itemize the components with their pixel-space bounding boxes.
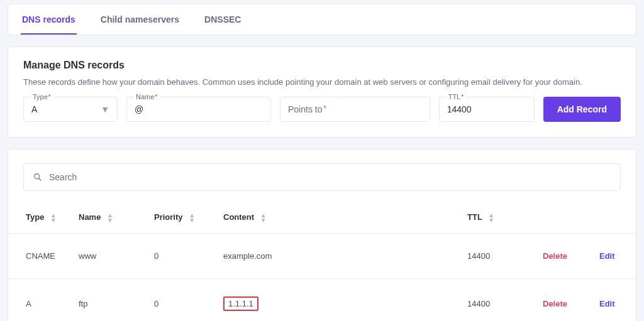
svg-point-0 — [35, 174, 40, 179]
add-record-button[interactable]: Add Record — [543, 97, 621, 122]
delete-button[interactable]: Delete — [543, 299, 567, 308]
search-field[interactable] — [23, 163, 621, 191]
sort-icon: ▲▼ — [260, 213, 267, 223]
sort-icon: ▲▼ — [189, 213, 195, 223]
tabs-panel: DNS records Child nameservers DNSSEC — [8, 4, 636, 35]
add-record-form: Type A ▼ Name Points to TTL Add Record — [23, 97, 621, 122]
cell-type: A — [8, 278, 71, 321]
sort-icon: ▲▼ — [488, 213, 494, 223]
column-header-delete — [535, 202, 592, 233]
name-field[interactable]: Name — [126, 97, 271, 122]
cell-ttl: 14400 — [460, 278, 535, 321]
cell-priority: 0 — [147, 278, 216, 321]
records-panel: Type ▲▼ Name ▲▼ Priority ▲▼ Content ▲▼ T… — [8, 149, 636, 321]
points-to-label: Points to — [288, 104, 326, 114]
edit-button[interactable]: Edit — [599, 251, 615, 261]
cell-name: ftp — [71, 278, 147, 321]
ttl-field[interactable]: TTL — [439, 97, 535, 122]
column-header-priority[interactable]: Priority ▲▼ — [147, 202, 216, 233]
column-header-type[interactable]: Type ▲▼ — [8, 202, 71, 233]
cell-content: example.com — [216, 233, 460, 278]
manage-dns-panel: Manage DNS records These records define … — [8, 46, 636, 138]
type-select[interactable]: Type A ▼ — [23, 97, 118, 122]
chevron-down-icon: ▼ — [101, 104, 109, 114]
ttl-input[interactable] — [447, 104, 526, 114]
points-to-field[interactable]: Points to — [280, 97, 430, 122]
manage-title: Manage DNS records — [23, 60, 621, 71]
svg-line-1 — [39, 178, 42, 181]
column-header-edit — [592, 202, 636, 233]
edit-button[interactable]: Edit — [599, 299, 615, 308]
column-type-label: Type — [26, 212, 44, 222]
cell-name: www — [71, 233, 147, 278]
column-name-label: Name — [79, 212, 101, 222]
manage-description: These records define how your domain beh… — [23, 77, 621, 87]
column-header-name[interactable]: Name ▲▼ — [71, 202, 147, 233]
tab-dns-records[interactable]: DNS records — [21, 4, 77, 35]
highlighted-content: 1.1.1.1 — [223, 297, 258, 311]
search-icon — [33, 172, 43, 182]
column-header-content[interactable]: Content ▲▼ — [216, 202, 460, 233]
cell-type: CNAME — [8, 233, 71, 278]
column-ttl-label: TTL — [467, 212, 482, 222]
name-input[interactable] — [135, 104, 263, 114]
column-priority-label: Priority — [154, 212, 183, 222]
cell-content: 1.1.1.1 — [216, 278, 460, 321]
cell-priority: 0 — [147, 233, 216, 278]
tab-child-nameservers[interactable]: Child nameservers — [99, 4, 180, 35]
cell-ttl: 14400 — [460, 233, 535, 278]
search-input[interactable] — [49, 172, 611, 182]
table-row: Aftp01.1.1.114400DeleteEdit — [8, 278, 636, 321]
name-label: Name — [133, 93, 160, 101]
type-label: Type — [30, 93, 53, 101]
records-table: Type ▲▼ Name ▲▼ Priority ▲▼ Content ▲▼ T… — [8, 202, 636, 321]
delete-button[interactable]: Delete — [543, 251, 567, 261]
column-header-ttl[interactable]: TTL ▲▼ — [460, 202, 535, 233]
table-row: CNAMEwww0example.com14400DeleteEdit — [8, 233, 636, 278]
ttl-label: TTL — [446, 93, 466, 101]
sort-icon: ▲▼ — [107, 213, 113, 223]
column-content-label: Content — [223, 212, 254, 222]
sort-icon: ▲▼ — [50, 213, 57, 223]
tabs: DNS records Child nameservers DNSSEC — [21, 4, 623, 35]
type-value: A — [31, 104, 97, 114]
tab-dnssec[interactable]: DNSSEC — [203, 4, 242, 35]
